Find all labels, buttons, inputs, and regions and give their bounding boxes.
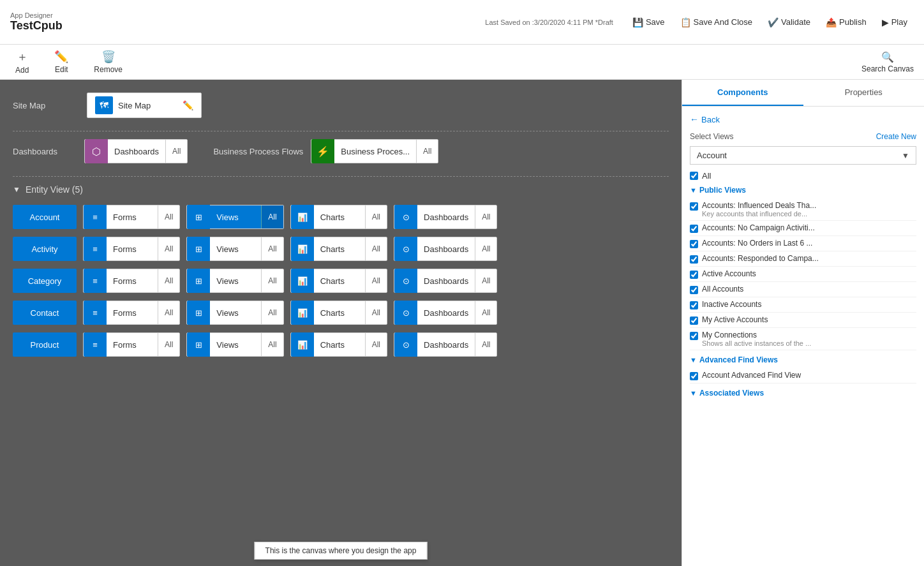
forms-card[interactable]: ≡ Forms All bbox=[83, 301, 180, 325]
advanced-view-checkbox[interactable] bbox=[690, 372, 698, 380]
tab-properties[interactable]: Properties bbox=[803, 80, 925, 106]
entity-name-button[interactable]: Activity bbox=[13, 237, 77, 261]
play-button[interactable]: ▶ Play bbox=[876, 15, 914, 30]
charts-all[interactable]: All bbox=[365, 333, 387, 356]
add-icon: ＋ bbox=[17, 49, 28, 64]
public-views-header[interactable]: ▼ Public Views bbox=[690, 186, 916, 195]
views-all[interactable]: All bbox=[261, 333, 283, 356]
forms-label: Forms bbox=[107, 340, 158, 350]
create-new-link[interactable]: Create New bbox=[876, 132, 916, 141]
dashboards-entity-all[interactable]: All bbox=[475, 301, 496, 324]
view-checkbox[interactable] bbox=[690, 301, 698, 309]
views-card[interactable]: ⊞ Views All bbox=[186, 205, 283, 229]
dashboards-entity-card[interactable]: ⊙ Dashboards All bbox=[394, 205, 497, 229]
validate-button[interactable]: ✔️ Validate bbox=[761, 15, 817, 30]
validate-icon: ✔️ bbox=[768, 17, 779, 27]
edit-toolbar-item[interactable]: ✏️ Edit bbox=[49, 47, 73, 77]
views-card[interactable]: ⊞ Views All bbox=[186, 332, 283, 357]
charts-all[interactable]: All bbox=[365, 237, 387, 260]
entity-name-button[interactable]: Product bbox=[13, 332, 77, 357]
entity-name-button[interactable]: Category bbox=[13, 269, 77, 293]
dashboards-all[interactable]: All bbox=[165, 140, 187, 163]
charts-all[interactable]: All bbox=[365, 205, 387, 228]
views-all[interactable]: All bbox=[261, 205, 283, 228]
site-map-edit-icon[interactable]: ✏️ bbox=[183, 100, 193, 110]
forms-all[interactable]: All bbox=[158, 269, 179, 292]
bpf-all[interactable]: All bbox=[416, 140, 438, 163]
view-checkbox[interactable] bbox=[690, 332, 698, 340]
charts-all[interactable]: All bbox=[365, 269, 387, 292]
save-button[interactable]: 💾 Save bbox=[626, 15, 671, 30]
public-views-section: ▼ Public Views Accounts: Influenced Deal… bbox=[690, 186, 916, 350]
charts-card[interactable]: 📊 Charts All bbox=[290, 237, 387, 261]
charts-all[interactable]: All bbox=[365, 301, 387, 324]
view-checkbox[interactable] bbox=[690, 317, 698, 325]
entity-header[interactable]: ▼ Entity View (5) bbox=[13, 184, 669, 195]
view-checkbox[interactable] bbox=[690, 202, 698, 211]
add-toolbar-item[interactable]: ＋ Add bbox=[10, 47, 34, 77]
entity-name-button[interactable]: Contact bbox=[13, 301, 77, 325]
forms-all[interactable]: All bbox=[158, 205, 179, 228]
views-card[interactable]: ⊞ Views All bbox=[186, 269, 283, 293]
forms-card[interactable]: ≡ Forms All bbox=[83, 269, 180, 293]
bpf-card[interactable]: ⚡ Business Proces... All bbox=[311, 139, 438, 163]
views-card[interactable]: ⊞ Views All bbox=[186, 301, 283, 325]
back-button[interactable]: ← Back bbox=[690, 114, 916, 124]
dashboards-entity-card[interactable]: ⊙ Dashboards All bbox=[394, 237, 497, 261]
view-checkbox[interactable] bbox=[690, 240, 698, 248]
account-dropdown[interactable]: Account ▼ bbox=[690, 146, 916, 165]
forms-card[interactable]: ≡ Forms All bbox=[83, 237, 180, 261]
charts-label: Charts bbox=[314, 340, 365, 350]
dashboards-entity-card[interactable]: ⊙ Dashboards All bbox=[394, 269, 497, 293]
bpf-block: Business Process Flows ⚡ Business Proces… bbox=[213, 139, 438, 163]
entity-row: Product ≡ Forms All ⊞ Views All 📊 Charts… bbox=[13, 332, 669, 357]
search-toolbar-item[interactable]: 🔍 Search Canvas bbox=[861, 51, 914, 73]
dashboards-entity-card[interactable]: ⊙ Dashboards All bbox=[394, 332, 497, 357]
view-item-text: Accounts: No Orders in Last 6 ... bbox=[702, 239, 812, 248]
charts-card[interactable]: 📊 Charts All bbox=[290, 205, 387, 229]
dashboards-entity-label: Dashboards bbox=[417, 308, 475, 318]
forms-all[interactable]: All bbox=[158, 333, 179, 356]
forms-icon: ≡ bbox=[84, 332, 107, 357]
save-and-close-button[interactable]: 📋 Save And Close bbox=[674, 15, 759, 30]
charts-card[interactable]: 📊 Charts All bbox=[290, 301, 387, 325]
view-checkbox[interactable] bbox=[690, 255, 698, 264]
publish-button[interactable]: 📤 Publish bbox=[819, 15, 873, 30]
forms-card[interactable]: ≡ Forms All bbox=[83, 332, 180, 357]
views-all[interactable]: All bbox=[261, 237, 283, 260]
view-name: Active Accounts bbox=[702, 269, 756, 278]
view-item: Accounts: Responded to Campa... bbox=[690, 251, 916, 267]
view-checkbox[interactable] bbox=[690, 225, 698, 233]
entity-section: ▼ Entity View (5) Account ≡ Forms All ⊞ … bbox=[13, 184, 669, 357]
entity-name-button[interactable]: Account bbox=[13, 205, 77, 229]
dashboards-entity-all[interactable]: All bbox=[475, 205, 496, 228]
view-name: Accounts: Influenced Deals Tha... bbox=[702, 201, 816, 210]
charts-card[interactable]: 📊 Charts All bbox=[290, 269, 387, 293]
forms-icon: ≡ bbox=[84, 205, 107, 229]
right-panel: Components Properties ← Back Select View… bbox=[682, 80, 924, 566]
associated-views-header[interactable]: ▼ Associated Views bbox=[690, 389, 916, 398]
charts-icon: 📊 bbox=[291, 269, 314, 293]
forms-all[interactable]: All bbox=[158, 301, 179, 324]
views-all[interactable]: All bbox=[261, 301, 283, 324]
views-all[interactable]: All bbox=[261, 269, 283, 292]
back-label: Back bbox=[701, 115, 720, 124]
advanced-find-header[interactable]: ▼ Advanced Find Views bbox=[690, 355, 916, 364]
forms-card[interactable]: ≡ Forms All bbox=[83, 205, 180, 229]
site-map-card[interactable]: 🗺 Site Map ✏️ bbox=[87, 93, 202, 118]
remove-toolbar-item[interactable]: 🗑️ Remove bbox=[89, 47, 128, 77]
dashboards-entity-all[interactable]: All bbox=[475, 269, 496, 292]
tab-components[interactable]: Components bbox=[682, 80, 803, 106]
view-checkbox[interactable] bbox=[690, 286, 698, 294]
dashboards-entity-all[interactable]: All bbox=[475, 237, 496, 260]
all-checkbox[interactable] bbox=[690, 172, 698, 180]
charts-card[interactable]: 📊 Charts All bbox=[290, 332, 387, 357]
dashboards-entity-card[interactable]: ⊙ Dashboards All bbox=[394, 301, 497, 325]
dashboards-card[interactable]: ⬡ Dashboards All bbox=[84, 139, 188, 163]
dashboards-entity-all[interactable]: All bbox=[475, 333, 496, 356]
views-card[interactable]: ⊞ Views All bbox=[186, 237, 283, 261]
divider-2 bbox=[13, 176, 669, 177]
panel-content: ← Back Select Views Create New Account ▼… bbox=[682, 107, 924, 566]
view-checkbox[interactable] bbox=[690, 271, 698, 279]
forms-all[interactable]: All bbox=[158, 237, 179, 260]
